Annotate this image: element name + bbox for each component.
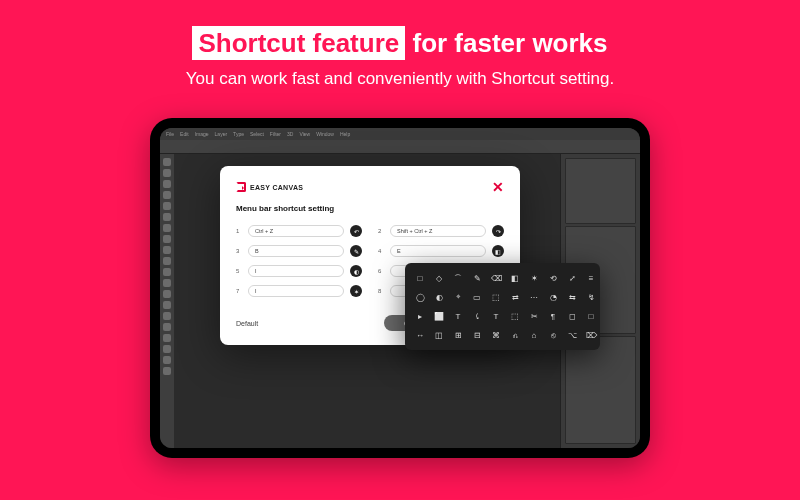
picker-icon[interactable]: ⌂ — [527, 328, 541, 342]
picker-icon[interactable]: ⤹ — [470, 309, 484, 323]
picker-icon[interactable]: ⊞ — [451, 328, 465, 342]
shortcut-input[interactable]: I — [248, 265, 344, 277]
tool-icon[interactable] — [163, 345, 171, 353]
shortcut-icon-button[interactable]: ✎ — [350, 245, 362, 257]
picker-icon[interactable]: ⇄ — [508, 290, 522, 304]
tool-icon[interactable] — [163, 191, 171, 199]
shortcut-row: 7I✶ — [236, 285, 362, 297]
tool-icon[interactable] — [163, 180, 171, 188]
default-link[interactable]: Default — [236, 320, 258, 327]
tool-icon[interactable] — [163, 235, 171, 243]
picker-icon[interactable]: ⇆ — [565, 290, 579, 304]
picker-icon[interactable]: ◔ — [546, 290, 560, 304]
row-number: 6 — [378, 268, 384, 274]
shortcut-icon-button[interactable]: ◐ — [350, 265, 362, 277]
tool-icon[interactable] — [163, 202, 171, 210]
tool-icon[interactable] — [163, 158, 171, 166]
picker-icon[interactable]: ⌫ — [489, 271, 503, 285]
shortcut-icon-button[interactable]: ✶ — [350, 285, 362, 297]
menu-item[interactable]: Help — [340, 131, 350, 137]
shortcut-input[interactable]: Shift + Ctrl + Z — [390, 225, 486, 237]
row-number: 2 — [378, 228, 384, 234]
picker-icon[interactable]: ✂ — [527, 309, 541, 323]
row-number: 8 — [378, 288, 384, 294]
picker-icon[interactable]: ⌖ — [451, 290, 465, 304]
picker-icon[interactable]: ◯ — [413, 290, 427, 304]
shortcut-input[interactable]: I — [248, 285, 344, 297]
hero-title: Shortcut feature for faster works — [192, 28, 607, 59]
picker-icon[interactable]: ▭ — [470, 290, 484, 304]
picker-icon[interactable]: ◫ — [432, 328, 446, 342]
tablet-screen: FileEditImageLayerTypeSelectFilter3DView… — [160, 128, 640, 448]
tool-icon[interactable] — [163, 356, 171, 364]
picker-icon[interactable]: ⬚ — [508, 309, 522, 323]
tool-icon[interactable] — [163, 169, 171, 177]
picker-icon[interactable]: ⌥ — [565, 328, 579, 342]
shortcut-row: 4E◧ — [378, 245, 504, 257]
picker-icon[interactable]: ⎋ — [546, 328, 560, 342]
picker-icon[interactable]: ▸ — [413, 309, 427, 323]
tool-icon[interactable] — [163, 224, 171, 232]
shortcut-input[interactable]: B — [248, 245, 344, 257]
picker-icon[interactable]: ◇ — [432, 271, 446, 285]
menu-item[interactable]: Layer — [215, 131, 228, 137]
shortcut-row: 2Shift + Ctrl + Z↷ — [378, 225, 504, 237]
menu-item[interactable]: Type — [233, 131, 244, 137]
picker-icon[interactable]: ⋯ — [527, 290, 541, 304]
picker-icon[interactable]: ↔ — [413, 328, 427, 342]
tool-icon[interactable] — [163, 268, 171, 276]
tool-icon[interactable] — [163, 301, 171, 309]
shortcut-icon-button[interactable]: ↷ — [492, 225, 504, 237]
picker-icon[interactable]: ⌒ — [451, 271, 465, 285]
picker-icon[interactable]: ⎌ — [508, 328, 522, 342]
tool-icon[interactable] — [163, 323, 171, 331]
tool-icon[interactable] — [163, 312, 171, 320]
shortcut-icon-button[interactable]: ↶ — [350, 225, 362, 237]
menu-item[interactable]: 3D — [287, 131, 293, 137]
menu-item[interactable]: File — [166, 131, 174, 137]
shortcut-input[interactable]: Ctrl + Z — [248, 225, 344, 237]
row-number: 4 — [378, 248, 384, 254]
picker-icon[interactable]: ⌘ — [489, 328, 503, 342]
tool-icon[interactable] — [163, 290, 171, 298]
tool-icon[interactable] — [163, 246, 171, 254]
tool-icon[interactable] — [163, 367, 171, 375]
picker-icon[interactable]: ¶ — [546, 309, 560, 323]
picker-icon[interactable]: □ — [584, 309, 598, 323]
picker-icon[interactable]: □ — [413, 271, 427, 285]
row-number: 7 — [236, 288, 242, 294]
picker-icon[interactable]: ↯ — [584, 290, 598, 304]
picker-icon[interactable]: ⬚ — [489, 290, 503, 304]
menu-item[interactable]: Select — [250, 131, 264, 137]
menu-item[interactable]: View — [299, 131, 310, 137]
close-icon[interactable]: ✕ — [492, 180, 504, 194]
picker-icon[interactable]: ⌦ — [584, 328, 598, 342]
picker-icon[interactable]: T — [489, 309, 503, 323]
tool-icon[interactable] — [163, 213, 171, 221]
picker-icon[interactable]: ⊟ — [470, 328, 484, 342]
picker-icon[interactable]: ⤢ — [565, 271, 579, 285]
hero-highlight: Shortcut feature — [192, 26, 405, 60]
shortcut-icon-button[interactable]: ◧ — [492, 245, 504, 257]
picker-icon[interactable]: ◻ — [565, 309, 579, 323]
tool-icon[interactable] — [163, 279, 171, 287]
tool-icon[interactable] — [163, 257, 171, 265]
picker-icon[interactable]: ◐ — [432, 290, 446, 304]
picker-icon[interactable]: ≡ — [584, 271, 598, 285]
tablet-frame: FileEditImageLayerTypeSelectFilter3DView… — [150, 118, 650, 458]
app-options-bar — [160, 140, 640, 154]
menu-item[interactable]: Window — [316, 131, 334, 137]
picker-icon[interactable]: T — [451, 309, 465, 323]
picker-icon[interactable]: ⬜ — [432, 309, 446, 323]
modal-title: Menu bar shortcut setting — [236, 204, 504, 213]
picker-icon[interactable]: ◧ — [508, 271, 522, 285]
shortcut-input[interactable]: E — [390, 245, 486, 257]
hero-subtitle: You can work fast and conveniently with … — [0, 69, 800, 89]
menu-item[interactable]: Edit — [180, 131, 189, 137]
picker-icon[interactable]: ⟲ — [546, 271, 560, 285]
picker-icon[interactable]: ✎ — [470, 271, 484, 285]
menu-item[interactable]: Filter — [270, 131, 281, 137]
menu-item[interactable]: Image — [195, 131, 209, 137]
tool-icon[interactable] — [163, 334, 171, 342]
picker-icon[interactable]: ✶ — [527, 271, 541, 285]
